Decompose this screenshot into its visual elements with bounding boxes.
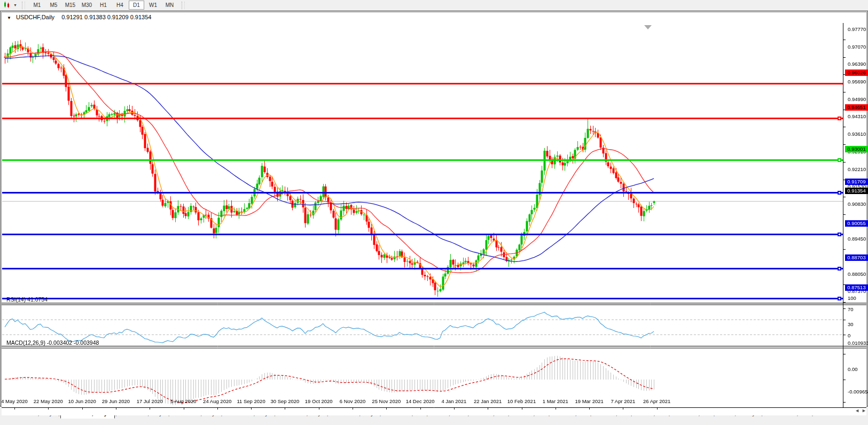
tab-scroll-left-icon[interactable]: ◄ [855,408,859,413]
macd-tick-label: 0.010933 [848,340,868,346]
macd-label: MACD(12,26,9) -0.003402 -0.003948 [6,339,99,346]
timeframe-button-m15[interactable]: M15 [62,1,78,10]
date-label: 11 Sep 2020 [237,398,265,404]
price-tick-label: 0.95690 [848,79,868,84]
level-price-label: 0.94651 [845,104,868,111]
date-label: 24 Aug 2020 [203,398,231,404]
date-label: 1 Mar 2021 [543,398,568,404]
level-price-label: 0.87513 [845,284,868,291]
level-price-label: 0.90055 [845,220,868,227]
timeframe-button-m30[interactable]: M30 [79,1,95,10]
date-label: 26 Apr 2021 [643,398,670,404]
date-label: 29 Jun 2020 [102,398,130,404]
date-label: 17 Jul 2020 [137,398,163,404]
rsi-tick-label: 30 [848,321,868,327]
price-tick-label: 0.90830 [848,201,868,207]
timeframe-button-mn[interactable]: MN [162,1,177,10]
price-tick-label: 0.88050 [848,271,868,277]
level-price-label: 0.96026 [845,69,868,76]
rsi-tick-label: 70 [848,306,868,312]
timeframe-button-m5[interactable]: M5 [46,1,61,10]
tab-scroll-right-icon[interactable]: ► [862,408,866,413]
rsi-tick-label: 100 [848,295,868,301]
rsi-label: RSI(14) 41.0754 [6,296,48,303]
price-tick-label: 0.97770 [848,26,868,32]
date-label: 4 May 2020 [1,398,28,404]
date-label: 10 Feb 2021 [507,398,536,404]
status-strip [0,419,868,425]
timeframe-button-m1[interactable]: M1 [29,1,45,10]
price-tick-label: 0.92210 [848,166,868,172]
price-tick-label: 0.97070 [848,44,868,50]
date-label: 4 Jan 2021 [441,398,466,404]
date-label: 30 Sep 2020 [270,398,299,404]
toolbar-grip [182,2,185,9]
tab-scroll-buttons: ◄ ► [855,408,866,413]
timeframe-button-w1[interactable]: W1 [145,1,161,10]
date-label: 25 Nov 2020 [372,398,401,404]
current-price-label: 0.91354 [845,188,868,194]
level-price-label: 0.91709 [845,179,868,185]
date-label: 22 Jan 2021 [474,398,502,404]
chevron-down-icon[interactable]: ▼ [13,3,17,7]
timeframe-button-h1[interactable]: H1 [96,1,111,10]
price-tick-label: 0.94310 [848,113,868,119]
timeframe-buttons: M1M5M15M30H1H4D1W1MN [29,1,178,10]
price-tick-label: 0.93610 [848,131,868,137]
mini-candles-icon [3,2,12,9]
timeframe-button-d1[interactable]: D1 [129,1,144,10]
toolbar-grip [22,2,25,9]
level-price-label: 0.88703 [845,254,868,261]
date-label: 5 Aug 2020 [170,398,196,404]
price-chart-canvas[interactable] [0,21,868,417]
macd-tick-label: -0.009653 [848,389,868,395]
price-tick-label: 0.89450 [848,236,868,242]
chart-type-icon[interactable]: ▼ [2,1,18,10]
date-label: 19 Mar 2021 [575,398,603,404]
chart-window [0,11,868,406]
date-label: 22 May 2020 [34,398,63,404]
mt4-application: ▼ M1M5M15M30H1H4D1W1MN ▼ USDCHF,Daily 0.… [0,0,868,425]
level-price-label: 0.93001 [845,146,868,152]
symbol-label: USDCHF,Daily [16,14,54,20]
date-label: 7 Apr 2021 [611,398,635,404]
collapse-icon[interactable]: ▼ [7,16,11,20]
chart-title: ▼ USDCHF,Daily 0.91291 0.91383 0.91209 0… [7,14,151,20]
date-label: 19 Oct 2020 [305,398,333,404]
timeframe-toolbar: ▼ M1M5M15M30H1H4D1W1MN [0,0,868,11]
date-label: 10 Jun 2020 [68,398,96,404]
date-label: 6 Nov 2020 [340,398,366,404]
rsi-tick-label: 0 [848,333,868,338]
price-tick-label: 0.94990 [848,96,868,102]
macd-tick-label: 0.00 [848,366,868,372]
ohlc-readout: 0.91291 0.91383 0.91209 0.91354 [61,14,151,20]
timeframe-button-h4[interactable]: H4 [112,1,128,10]
date-label: 14 Dec 2020 [406,398,435,404]
price-tick-label: 0.96390 [848,61,868,67]
